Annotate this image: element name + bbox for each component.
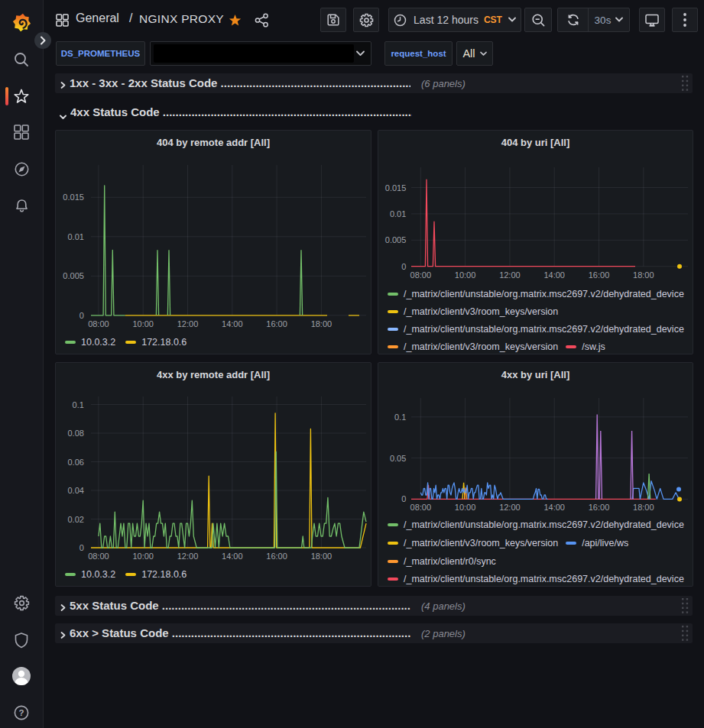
svg-text:0.015: 0.015 <box>63 193 84 202</box>
svg-text:0.01: 0.01 <box>67 232 83 241</box>
svg-text:0: 0 <box>401 494 406 503</box>
svg-text:18:00: 18:00 <box>633 270 654 280</box>
svg-text:18:00: 18:00 <box>311 319 333 328</box>
svg-text:18:00: 18:00 <box>311 552 333 561</box>
svg-text:0.06: 0.06 <box>67 458 83 467</box>
svg-text:14:00: 14:00 <box>222 319 243 328</box>
svg-text:14:00: 14:00 <box>222 552 243 561</box>
svg-text:16:00: 16:00 <box>589 270 610 280</box>
svg-text:10:00: 10:00 <box>132 552 154 561</box>
svg-text:08:00: 08:00 <box>410 503 432 512</box>
svg-text:10:00: 10:00 <box>455 503 476 512</box>
svg-text:10:00: 10:00 <box>132 319 154 328</box>
svg-text:0.005: 0.005 <box>385 235 407 244</box>
svg-text:0: 0 <box>79 311 84 320</box>
svg-text:14:00: 14:00 <box>543 503 565 512</box>
svg-text:0.08: 0.08 <box>67 429 83 438</box>
svg-text:0.005: 0.005 <box>63 271 84 280</box>
svg-text:0: 0 <box>401 262 406 271</box>
svg-text:12:00: 12:00 <box>499 503 521 512</box>
svg-text:12:00: 12:00 <box>177 319 199 328</box>
svg-text:12:00: 12:00 <box>499 270 521 280</box>
svg-text:0.01: 0.01 <box>390 209 406 218</box>
svg-text:12:00: 12:00 <box>177 552 199 561</box>
svg-text:0.04: 0.04 <box>67 486 83 495</box>
svg-text:16:00: 16:00 <box>266 319 287 328</box>
svg-text:08:00: 08:00 <box>88 552 109 561</box>
svg-text:?: ? <box>18 708 24 717</box>
svg-text:0.02: 0.02 <box>67 515 83 524</box>
svg-text:0: 0 <box>79 543 84 552</box>
svg-text:16:00: 16:00 <box>589 503 610 512</box>
svg-text:18:00: 18:00 <box>633 503 654 512</box>
svg-text:0.05: 0.05 <box>390 454 406 463</box>
svg-text:14:00: 14:00 <box>543 270 565 280</box>
svg-text:08:00: 08:00 <box>410 270 432 280</box>
svg-text:16:00: 16:00 <box>266 552 287 561</box>
svg-text:0.1: 0.1 <box>73 400 84 409</box>
svg-text:0.015: 0.015 <box>385 183 407 193</box>
svg-text:10:00: 10:00 <box>455 270 476 280</box>
svg-text:08:00: 08:00 <box>88 319 109 328</box>
svg-text:0.1: 0.1 <box>394 413 406 422</box>
